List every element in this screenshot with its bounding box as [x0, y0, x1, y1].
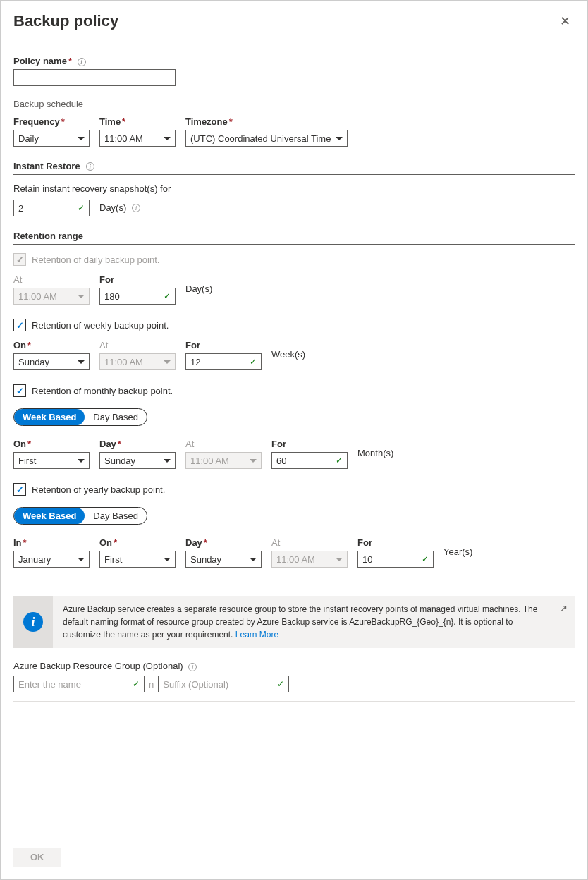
monthly-retention-checkbox[interactable] [13, 384, 26, 397]
daily-at-label: At [13, 274, 90, 285]
daily-for-label: For [99, 274, 176, 285]
divider [13, 701, 575, 702]
monthly-week-based-option[interactable]: Week Based [14, 409, 85, 425]
chevron-down-icon [78, 360, 85, 364]
snapshot-days-select[interactable]: 2 [13, 200, 90, 216]
close-icon[interactable]: ✕ [556, 12, 575, 30]
weekly-for-label: For [185, 340, 262, 350]
weekly-retention-checkbox[interactable] [13, 319, 26, 331]
chevron-down-icon [164, 137, 171, 140]
time-label: Time* [99, 116, 176, 127]
yearly-for-label: For [357, 537, 434, 548]
info-icon[interactable]: i [78, 58, 86, 66]
yearly-day-select[interactable]: Sunday [185, 551, 262, 568]
monthly-on-select[interactable]: First [13, 452, 90, 469]
backup-policy-panel: Backup policy ✕ Policy name* i Backup sc… [0, 0, 588, 880]
monthly-at-select: 11:00 AM [185, 452, 262, 469]
timezone-select[interactable]: (UTC) Coordinated Universal Time [185, 130, 348, 147]
chevron-down-icon [78, 295, 85, 298]
retention-range-header: Retention range [13, 231, 575, 245]
info-banner-icon-box: i [13, 596, 53, 648]
info-banner: i Azure Backup service creates a separat… [13, 596, 575, 648]
weekly-retention-label: Retention of weekly backup point. [32, 320, 169, 331]
chevron-down-icon [164, 360, 171, 364]
snapshot-days-unit: Day(s) i [99, 202, 140, 214]
yearly-on-label: On* [99, 537, 176, 548]
weekly-on-label: On* [13, 340, 90, 350]
backup-schedule-label: Backup schedule [13, 99, 575, 109]
policy-name-input[interactable] [13, 69, 176, 86]
monthly-day-based-option[interactable]: Day Based [85, 409, 147, 425]
footer: OK [13, 848, 61, 867]
retain-snapshot-label: Retain instant recovery snapshot(s) for [13, 183, 575, 194]
info-icon[interactable]: i [188, 663, 197, 671]
chevron-down-icon [78, 137, 85, 140]
yearly-day-based-option[interactable]: Day Based [85, 508, 147, 524]
weekly-at-select: 11:00 AM [99, 353, 176, 370]
rg-name-input[interactable]: Enter the name [13, 676, 145, 692]
rg-suffix-input[interactable]: Suffix (Optional) [158, 676, 289, 692]
yearly-at-select: 11:00 AM [271, 551, 348, 568]
monthly-on-label: On* [13, 439, 90, 449]
time-select[interactable]: 11:00 AM [99, 130, 176, 147]
yearly-day-label: Day* [185, 537, 262, 548]
info-icon: i [23, 612, 43, 632]
yearly-week-based-option[interactable]: Week Based [14, 508, 85, 524]
weekly-on-select[interactable]: Sunday [13, 353, 90, 370]
frequency-label: Frequency* [13, 116, 90, 127]
monthly-day-label: Day* [99, 439, 176, 449]
chevron-down-icon [78, 558, 85, 561]
daily-retention-checkbox [13, 253, 26, 266]
required-asterisk: * [68, 56, 72, 66]
instant-restore-header: Instant Restore i [13, 161, 575, 175]
panel-header: Backup policy ✕ [13, 12, 575, 30]
yearly-in-label: In* [13, 537, 90, 548]
yearly-unit: Year(s) [443, 546, 472, 558]
chevron-down-icon [164, 459, 171, 463]
weekly-for-input[interactable]: 12 [185, 353, 262, 370]
monthly-retention-label: Retention of monthly backup point. [32, 386, 173, 396]
timezone-label: Timezone* [185, 116, 348, 127]
daily-for-input[interactable]: 180 [99, 288, 176, 305]
yearly-retention-label: Retention of yearly backup point. [32, 484, 165, 495]
yearly-retention-checkbox[interactable] [13, 483, 26, 496]
panel-title: Backup policy [13, 12, 118, 30]
daily-unit: Day(s) [185, 283, 212, 295]
daily-at-select: 11:00 AM [13, 288, 90, 305]
frequency-select[interactable]: Daily [13, 130, 90, 147]
yearly-basis-toggle[interactable]: Week Based Day Based [13, 507, 147, 525]
weekly-at-label: At [99, 340, 176, 350]
monthly-for-input[interactable]: 60 [271, 452, 348, 469]
info-icon[interactable]: i [86, 162, 94, 171]
monthly-day-select[interactable]: Sunday [99, 452, 176, 469]
yearly-for-input[interactable]: 10 [357, 551, 434, 568]
yearly-on-select[interactable]: First [99, 551, 176, 568]
weekly-unit: Week(s) [271, 349, 305, 361]
monthly-for-label: For [271, 439, 348, 449]
ok-button[interactable]: OK [13, 848, 61, 867]
learn-more-link[interactable]: Learn More [235, 630, 278, 640]
yearly-at-label: At [271, 537, 348, 548]
chevron-down-icon [164, 558, 171, 561]
monthly-unit: Month(s) [357, 448, 393, 460]
daily-retention-label: Retention of daily backup point. [32, 255, 159, 265]
monthly-basis-toggle[interactable]: Week Based Day Based [13, 408, 147, 426]
rg-separator: n [149, 679, 154, 690]
chevron-down-icon [250, 459, 257, 463]
info-banner-text: Azure Backup service creates a separate … [53, 596, 575, 648]
info-icon[interactable]: i [132, 204, 140, 212]
chevron-down-icon [78, 459, 85, 463]
chevron-down-icon [250, 558, 257, 561]
chevron-down-icon [336, 137, 343, 140]
policy-name-label: Policy name* i [13, 56, 575, 66]
external-link-icon[interactable]: ↗ [560, 603, 568, 613]
yearly-in-select[interactable]: January [13, 551, 90, 568]
rg-label: Azure Backup Resource Group (Optional) i [13, 661, 575, 671]
chevron-down-icon [336, 558, 343, 561]
monthly-at-label: At [185, 439, 262, 449]
